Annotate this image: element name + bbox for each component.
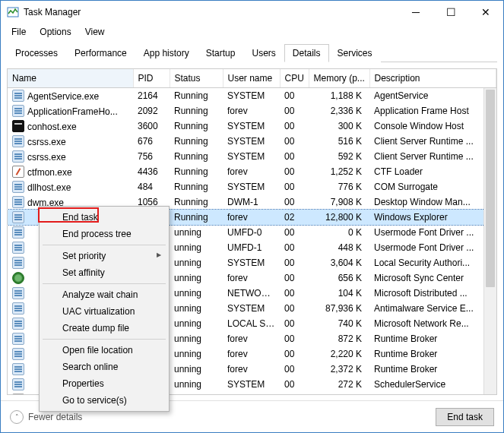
process-description: Runtime Broker [369,362,496,377]
column-headers: Name PID Status User name CPU Memory (p.… [8,69,496,87]
process-name: dllhost.exe [27,182,71,193]
process-pid: 2164 [133,87,170,103]
process-cpu: 00 [280,194,309,210]
process-status: Running [170,103,223,119]
menu-options[interactable]: Options [33,25,77,39]
table-row[interactable]: ctfmon.exe4436Runningforev001,252 KCTF L… [8,164,496,179]
col-mem[interactable]: Memory (p... [309,69,369,87]
scrollbar-thumb[interactable] [486,90,495,287]
process-cpu: 00 [280,270,309,286]
process-memory: 1,188 K [309,87,369,103]
process-description: Runtime Broker [369,346,496,362]
process-description: Desktop Window Man... [369,194,496,210]
process-description: Runtime Broker [369,331,496,346]
tab-users[interactable]: Users [243,44,284,62]
process-icon [12,150,24,163]
menu-file[interactable]: File [5,25,32,39]
table-row[interactable]: csrss.exe676RunningSYSTEM00516 KClient S… [8,134,496,149]
minimize-button[interactable]: ─ [398,1,433,24]
menu-view[interactable]: View [79,25,111,39]
process-cpu: 00 [280,301,309,316]
col-cpu[interactable]: CPU [280,69,309,87]
process-cpu: 00 [280,134,309,149]
process-icon [12,363,24,375]
process-description: Usermode Font Driver ... [369,240,496,255]
process-description: Microsoft Distributed ... [369,286,496,301]
process-name: AgentService.exe [27,91,99,102]
fewer-details-button[interactable]: ˄ Fewer details [10,410,82,424]
menu-item-properties[interactable]: Properties [41,375,167,392]
process-pid: 756 [133,149,170,164]
process-user: forev [223,362,280,377]
tab-services[interactable]: Services [329,44,381,62]
menu-item-go-to-service-s-[interactable]: Go to service(s) [41,392,167,409]
maximize-button[interactable]: ☐ [433,1,468,24]
process-cpu: 00 [280,87,309,103]
process-cpu: 00 [280,346,309,362]
col-user[interactable]: User name [223,69,280,87]
process-icon [12,302,24,314]
end-task-button[interactable]: End task [436,408,494,426]
process-user: LOCAL SE... [223,316,280,331]
col-status[interactable]: Status [170,69,223,87]
close-button[interactable]: ✕ [468,1,503,24]
tab-performance[interactable]: Performance [66,44,135,62]
chevron-up-icon: ˄ [10,410,24,424]
menu-item-analyze-wait-chain[interactable]: Analyze wait chain [41,286,167,303]
table-row[interactable]: conhost.exe3600RunningSYSTEM00300 KConso… [8,119,496,134]
process-user: forev [223,103,280,119]
process-user: SYSTEM [223,392,280,396]
menu-item-create-dump-file[interactable]: Create dump file [41,320,167,337]
process-user: NETWORK... [223,286,280,301]
table-row[interactable]: dllhost.exe484RunningSYSTEM00776 KCOM Su… [8,179,496,194]
process-user: forev [223,210,280,225]
process-memory: 740 K [309,316,369,331]
process-icon [12,211,24,223]
process-memory: 872 K [309,331,369,346]
process-user: forev [223,270,280,286]
process-status: Running [170,134,223,149]
process-cpu: 00 [280,225,309,240]
table-row[interactable]: AgentService.exe2164RunningSYSTEM001,188… [8,87,496,103]
process-icon [12,196,24,208]
menu-item-uac-virtualization[interactable]: UAC virtualization [41,303,167,320]
process-status: unning [170,392,223,396]
process-memory: 448 K [309,240,369,255]
process-name: conhost.exe [27,122,77,132]
table-row[interactable]: csrss.exe756RunningSYSTEM00592 KClient S… [8,149,496,164]
vertical-scrollbar[interactable] [483,88,496,394]
menu-item-set-priority[interactable]: Set priority [41,248,167,264]
process-pid: 676 [133,134,170,149]
window-buttons: ─ ☐ ✕ [398,1,503,24]
col-desc[interactable]: Description [369,69,496,87]
process-status: unning [170,362,223,377]
menu-separator [43,245,166,245]
menu-item-search-online[interactable]: Search online [41,359,167,375]
process-status: Running [170,210,223,225]
process-description: Microsoft Windows Se... [369,392,496,396]
process-memory: 776 K [309,179,369,194]
menu-item-set-affinity[interactable]: Set affinity [41,264,167,281]
col-pid[interactable]: PID [133,69,170,87]
table-row[interactable]: ApplicationFrameHo...2092Runningforev002… [8,103,496,119]
tab-startup[interactable]: Startup [198,44,244,62]
process-pid: 2092 [133,103,170,119]
process-cpu: 00 [280,316,309,331]
col-name[interactable]: Name [8,69,133,87]
tab-app-history[interactable]: App history [135,44,198,62]
process-icon [12,120,24,132]
process-status: unning [170,301,223,316]
tab-details[interactable]: Details [284,44,329,62]
process-icon [12,378,24,390]
process-icon [12,166,24,178]
process-icon [12,90,24,102]
context-menu: End taskEnd process treeSet prioritySet … [39,206,170,412]
tab-processes[interactable]: Processes [7,44,66,62]
process-status: unning [170,255,223,270]
process-description: Usermode Font Driver ... [369,225,496,240]
process-memory: 592 K [309,149,369,164]
menu-item-end-process-tree[interactable]: End process tree [41,226,167,242]
process-cpu: 00 [280,149,309,164]
menu-item-end-task[interactable]: End task [41,209,167,226]
menu-item-open-file-location[interactable]: Open file location [41,342,167,359]
